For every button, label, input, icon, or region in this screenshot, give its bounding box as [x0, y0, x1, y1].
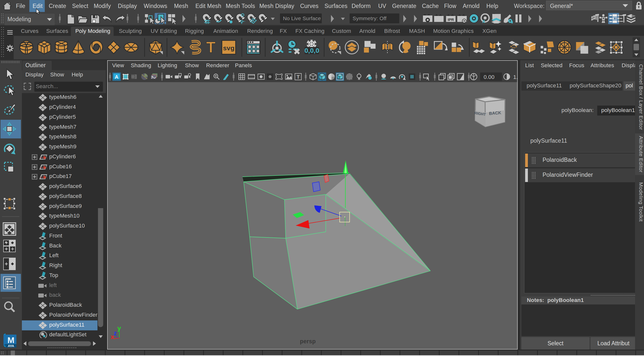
svg-text:x: x — [111, 333, 114, 340]
svg-text:AYA: AYA — [8, 344, 14, 348]
svg-text:x: x — [482, 18, 485, 23]
svg-text:0,0,0: 0,0,0 — [304, 47, 319, 54]
svg-text:T: T — [297, 74, 300, 80]
svg-text:svg: svg — [223, 44, 234, 52]
svg-text:y: y — [117, 324, 121, 332]
svg-text:BACK: BACK — [489, 110, 502, 116]
svg-text:IPR: IPR — [448, 18, 454, 22]
svg-text:M: M — [8, 335, 14, 345]
svg-text:T: T — [206, 40, 216, 55]
svg-text:A: A — [115, 74, 118, 80]
